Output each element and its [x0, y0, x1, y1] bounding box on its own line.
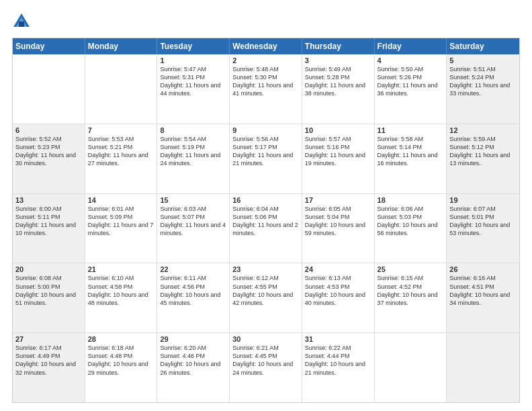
calendar-cell: 28Sunrise: 6:18 AMSunset: 4:48 PMDayligh…	[85, 333, 158, 402]
calendar-cell: 7Sunrise: 5:53 AMSunset: 5:21 PMDaylight…	[85, 124, 158, 193]
cell-info: Sunrise: 6:13 AMSunset: 4:53 PMDaylight:…	[305, 274, 371, 307]
day-number: 29	[160, 335, 226, 343]
cell-info: Sunrise: 6:16 AMSunset: 4:51 PMDaylight:…	[449, 274, 517, 307]
day-number: 19	[449, 196, 517, 204]
cell-info: Sunrise: 5:57 AMSunset: 5:16 PMDaylight:…	[305, 135, 371, 168]
calendar-cell: 31Sunrise: 6:22 AMSunset: 4:44 PMDayligh…	[302, 333, 375, 402]
calendar-cell: 16Sunrise: 6:04 AMSunset: 5:06 PMDayligh…	[230, 194, 302, 263]
day-number: 10	[305, 126, 371, 134]
cell-info: Sunrise: 5:49 AMSunset: 5:28 PMDaylight:…	[305, 65, 371, 98]
calendar-cell: 27Sunrise: 6:17 AMSunset: 4:49 PMDayligh…	[13, 333, 85, 402]
day-number: 27	[15, 335, 82, 343]
calendar-body: 1Sunrise: 5:47 AMSunset: 5:31 PMDaylight…	[13, 54, 519, 402]
svg-rect-2	[19, 21, 24, 27]
header-day-tuesday: Tuesday	[157, 38, 230, 54]
calendar-cell: 4Sunrise: 5:50 AMSunset: 5:26 PMDaylight…	[375, 54, 447, 124]
cell-info: Sunrise: 5:51 AMSunset: 5:24 PMDaylight:…	[449, 65, 517, 98]
page: SundayMondayTuesdayWednesdayThursdayFrid…	[0, 0, 532, 411]
cell-info: Sunrise: 5:47 AMSunset: 5:31 PMDaylight:…	[160, 65, 226, 98]
day-number: 1	[160, 56, 226, 64]
day-number: 4	[378, 56, 444, 64]
cell-info: Sunrise: 6:10 AMSunset: 4:58 PMDaylight:…	[88, 274, 154, 307]
day-number: 3	[305, 56, 371, 64]
cell-info: Sunrise: 5:48 AMSunset: 5:30 PMDaylight:…	[232, 65, 299, 98]
day-number: 14	[88, 196, 154, 204]
day-number: 26	[449, 265, 517, 273]
cell-info: Sunrise: 6:15 AMSunset: 4:52 PMDaylight:…	[378, 274, 444, 307]
calendar: SundayMondayTuesdayWednesdayThursdayFrid…	[12, 38, 520, 403]
calendar-cell: 18Sunrise: 6:06 AMSunset: 5:03 PMDayligh…	[375, 194, 447, 263]
cell-info: Sunrise: 6:08 AMSunset: 5:00 PMDaylight:…	[15, 274, 82, 307]
cell-info: Sunrise: 5:52 AMSunset: 5:23 PMDaylight:…	[15, 135, 82, 168]
calendar-cell: 2Sunrise: 5:48 AMSunset: 5:30 PMDaylight…	[230, 54, 302, 124]
calendar-cell: 3Sunrise: 5:49 AMSunset: 5:28 PMDaylight…	[302, 54, 375, 124]
day-number: 2	[232, 56, 299, 64]
day-number: 5	[449, 56, 517, 64]
cell-info: Sunrise: 6:12 AMSunset: 4:55 PMDaylight:…	[232, 274, 299, 307]
calendar-cell: 23Sunrise: 6:12 AMSunset: 4:55 PMDayligh…	[230, 263, 302, 332]
calendar-cell: 26Sunrise: 6:16 AMSunset: 4:51 PMDayligh…	[447, 263, 519, 332]
calendar-cell: 21Sunrise: 6:10 AMSunset: 4:58 PMDayligh…	[85, 263, 158, 332]
cell-info: Sunrise: 6:03 AMSunset: 5:07 PMDaylight:…	[160, 205, 226, 238]
calendar-cell: 13Sunrise: 6:00 AMSunset: 5:11 PMDayligh…	[13, 194, 85, 263]
cell-info: Sunrise: 5:56 AMSunset: 5:17 PMDaylight:…	[232, 135, 299, 168]
day-number: 6	[15, 126, 82, 134]
day-number: 12	[449, 126, 517, 134]
day-number: 31	[305, 335, 371, 343]
calendar-header: SundayMondayTuesdayWednesdayThursdayFrid…	[13, 38, 519, 54]
calendar-cell: 8Sunrise: 5:54 AMSunset: 5:19 PMDaylight…	[157, 124, 230, 193]
calendar-cell	[375, 333, 447, 402]
day-number: 8	[160, 126, 226, 134]
calendar-cell: 24Sunrise: 6:13 AMSunset: 4:53 PMDayligh…	[302, 263, 375, 332]
day-number: 25	[378, 265, 444, 273]
calendar-cell: 20Sunrise: 6:08 AMSunset: 5:00 PMDayligh…	[13, 263, 85, 332]
cell-info: Sunrise: 6:04 AMSunset: 5:06 PMDaylight:…	[232, 205, 299, 238]
calendar-cell: 1Sunrise: 5:47 AMSunset: 5:31 PMDaylight…	[157, 54, 230, 124]
day-number: 21	[88, 265, 154, 273]
cell-info: Sunrise: 6:01 AMSunset: 5:09 PMDaylight:…	[88, 205, 154, 238]
calendar-cell	[13, 54, 85, 124]
cell-info: Sunrise: 5:59 AMSunset: 5:12 PMDaylight:…	[449, 135, 517, 168]
cell-info: Sunrise: 6:11 AMSunset: 4:56 PMDaylight:…	[160, 274, 226, 307]
calendar-cell	[85, 54, 158, 124]
header-day-monday: Monday	[85, 38, 158, 54]
header-day-wednesday: Wednesday	[230, 38, 302, 54]
cell-info: Sunrise: 6:22 AMSunset: 4:44 PMDaylight:…	[305, 344, 371, 377]
cell-info: Sunrise: 5:58 AMSunset: 5:14 PMDaylight:…	[378, 135, 444, 168]
header-day-thursday: Thursday	[302, 38, 375, 54]
cell-info: Sunrise: 5:53 AMSunset: 5:21 PMDaylight:…	[88, 135, 154, 168]
calendar-cell: 25Sunrise: 6:15 AMSunset: 4:52 PMDayligh…	[375, 263, 447, 332]
calendar-cell: 30Sunrise: 6:21 AMSunset: 4:45 PMDayligh…	[230, 333, 302, 402]
header	[12, 12, 520, 31]
calendar-cell: 19Sunrise: 6:07 AMSunset: 5:01 PMDayligh…	[447, 194, 519, 263]
calendar-row: 20Sunrise: 6:08 AMSunset: 5:00 PMDayligh…	[13, 263, 519, 332]
cell-info: Sunrise: 6:21 AMSunset: 4:45 PMDaylight:…	[232, 344, 299, 377]
cell-info: Sunrise: 6:06 AMSunset: 5:03 PMDaylight:…	[378, 205, 444, 238]
calendar-cell: 6Sunrise: 5:52 AMSunset: 5:23 PMDaylight…	[13, 124, 85, 193]
day-number: 17	[305, 196, 371, 204]
calendar-row: 13Sunrise: 6:00 AMSunset: 5:11 PMDayligh…	[13, 193, 519, 263]
calendar-cell: 22Sunrise: 6:11 AMSunset: 4:56 PMDayligh…	[157, 263, 230, 332]
day-number: 13	[15, 196, 82, 204]
calendar-cell: 29Sunrise: 6:20 AMSunset: 4:46 PMDayligh…	[157, 333, 230, 402]
header-day-sunday: Sunday	[13, 38, 85, 54]
day-number: 7	[88, 126, 154, 134]
calendar-cell: 5Sunrise: 5:51 AMSunset: 5:24 PMDaylight…	[447, 54, 519, 124]
calendar-cell: 15Sunrise: 6:03 AMSunset: 5:07 PMDayligh…	[157, 194, 230, 263]
cell-info: Sunrise: 6:00 AMSunset: 5:11 PMDaylight:…	[15, 205, 82, 238]
day-number: 16	[232, 196, 299, 204]
day-number: 22	[160, 265, 226, 273]
header-day-friday: Friday	[375, 38, 447, 54]
calendar-cell: 11Sunrise: 5:58 AMSunset: 5:14 PMDayligh…	[375, 124, 447, 193]
calendar-cell: 12Sunrise: 5:59 AMSunset: 5:12 PMDayligh…	[447, 124, 519, 193]
calendar-row: 27Sunrise: 6:17 AMSunset: 4:49 PMDayligh…	[13, 332, 519, 402]
calendar-row: 6Sunrise: 5:52 AMSunset: 5:23 PMDaylight…	[13, 124, 519, 193]
calendar-cell: 10Sunrise: 5:57 AMSunset: 5:16 PMDayligh…	[302, 124, 375, 193]
cell-info: Sunrise: 6:17 AMSunset: 4:49 PMDaylight:…	[15, 344, 82, 377]
calendar-cell: 14Sunrise: 6:01 AMSunset: 5:09 PMDayligh…	[85, 194, 158, 263]
header-day-saturday: Saturday	[447, 38, 519, 54]
day-number: 15	[160, 196, 226, 204]
day-number: 24	[305, 265, 371, 273]
cell-info: Sunrise: 5:50 AMSunset: 5:26 PMDaylight:…	[378, 65, 444, 98]
logo-icon	[12, 12, 31, 31]
